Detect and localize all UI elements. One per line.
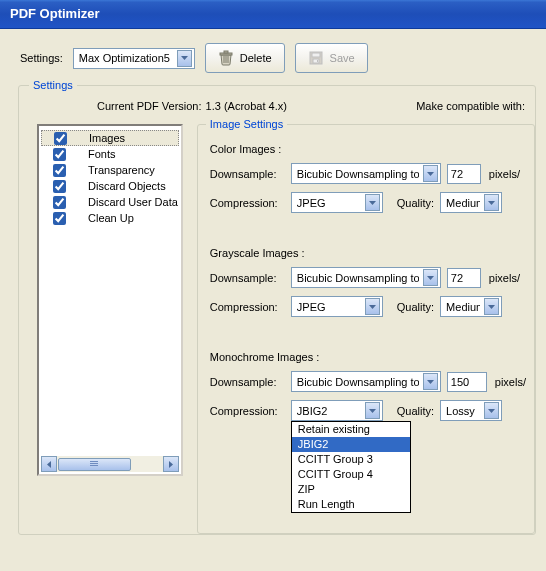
chevron-down-icon [365,298,380,315]
chevron-down-icon [423,165,438,182]
quality-label: Quality: [397,197,434,209]
color-dpi-input[interactable] [447,164,481,184]
chevron-down-icon [177,50,192,67]
chevron-down-icon [423,269,438,286]
gray-heading: Grayscale Images : [210,247,526,259]
settings-preset-dropdown[interactable]: Max Optimization5 [73,48,195,69]
dropdown-option[interactable]: JBIG2 [292,437,410,452]
current-version-value: 1.3 (Acrobat 4.x) [206,100,287,112]
window-titlebar: PDF Optimizer [0,0,546,29]
category-checkbox[interactable] [53,148,66,161]
trash-icon [218,50,234,66]
category-row[interactable]: Fonts [41,146,179,162]
pixels-label: pixels/ [489,168,520,180]
gray-quality-dropdown[interactable]: Medium [440,296,502,317]
category-row[interactable]: Discard Objects [41,178,179,194]
scroll-track[interactable] [57,456,163,472]
save-button[interactable]: Save [295,43,368,73]
mono-quality-dropdown[interactable]: Lossy [440,400,502,421]
svg-rect-7 [313,59,319,63]
compat-label: Make compatible with: [416,100,525,112]
svg-rect-8 [317,60,318,62]
gray-downsample-dropdown[interactable]: Bicubic Downsampling to [291,267,441,288]
color-downsample-dropdown[interactable]: Bicubic Downsampling to [291,163,441,184]
gray-dpi-input[interactable] [447,268,481,288]
mono-dpi-input[interactable] [447,372,487,392]
window-body: Settings: Max Optimization5 Delete Save [0,29,546,535]
mono-compression-options[interactable]: Retain existingJBIG2CCITT Group 3CCITT G… [291,421,411,513]
category-label: Fonts [88,148,116,160]
dropdown-option[interactable]: Retain existing [292,422,410,437]
svg-rect-6 [312,53,320,57]
settings-preset-value: Max Optimization5 [79,52,173,64]
dropdown-option[interactable]: CCITT Group 4 [292,467,410,482]
settings-toolbar: Settings: Max Optimization5 Delete Save [18,43,536,73]
category-list: ImagesFontsTransparencyDiscard ObjectsDi… [37,124,183,476]
category-row[interactable]: Clean Up [41,210,179,226]
downsample-label: Downsample: [210,168,285,180]
category-checkbox[interactable] [53,196,66,209]
category-label: Clean Up [88,212,134,224]
category-label: Images [89,132,125,144]
category-checkbox[interactable] [53,164,66,177]
save-icon [308,50,324,66]
category-checkbox[interactable] [53,180,66,193]
settings-fieldset: Settings Current PDF Version: 1.3 (Acrob… [18,85,536,535]
scroll-right-button[interactable] [163,456,179,472]
chevron-down-icon [484,402,499,419]
mono-downsample-dropdown[interactable]: Bicubic Downsampling to [291,371,441,392]
category-row[interactable]: Transparency [41,162,179,178]
chevron-down-icon [484,298,499,315]
category-checkbox[interactable] [54,132,67,145]
image-settings-legend: Image Settings [206,118,287,130]
delete-button-label: Delete [240,52,272,64]
current-version-label: Current PDF Version: [97,100,202,112]
category-label: Transparency [88,164,155,176]
dropdown-option[interactable]: CCITT Group 3 [292,452,410,467]
main-columns: ImagesFontsTransparencyDiscard ObjectsDi… [19,124,535,534]
settings-legend: Settings [29,79,77,91]
delete-button[interactable]: Delete [205,43,285,73]
category-label: Discard User Data [88,196,178,208]
scroll-thumb[interactable] [58,458,131,471]
category-row[interactable]: Discard User Data [41,194,179,210]
category-label: Discard Objects [88,180,166,192]
scroll-left-button[interactable] [41,456,57,472]
save-button-label: Save [330,52,355,64]
color-heading: Color Images : [210,143,526,155]
category-checkbox[interactable] [53,212,66,225]
color-compression-dropdown[interactable]: JPEG [291,192,383,213]
mono-heading: Monochrome Images : [210,351,526,363]
chevron-down-icon [484,194,499,211]
dropdown-option[interactable]: ZIP [292,482,410,497]
chevron-down-icon [365,194,380,211]
chevron-down-icon [365,402,380,419]
chevron-down-icon [423,373,438,390]
horizontal-scrollbar[interactable] [41,456,179,472]
mono-compression-dropdown[interactable]: JBIG2 [291,400,383,421]
color-quality-dropdown[interactable]: Medium [440,192,502,213]
svg-rect-1 [224,51,228,53]
dropdown-option[interactable]: Run Length [292,497,410,512]
category-row[interactable]: Images [41,130,179,146]
gray-compression-dropdown[interactable]: JPEG [291,296,383,317]
compression-label: Compression: [210,197,285,209]
window-title: PDF Optimizer [10,6,100,21]
image-settings-group: Image Settings Color Images : Downsample… [197,124,535,534]
settings-label: Settings: [20,52,63,64]
